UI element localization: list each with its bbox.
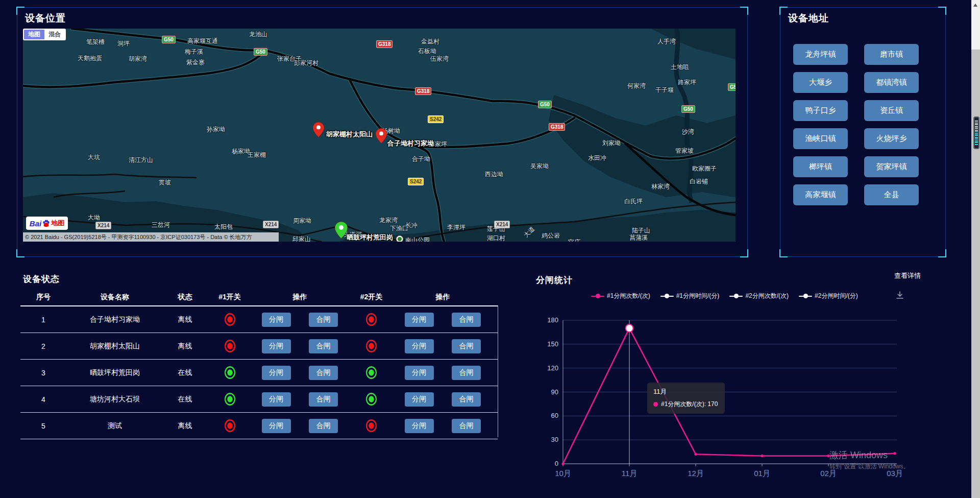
address-button-全县[interactable]: 全县	[864, 184, 919, 205]
scroll-up-arrow-icon[interactable]	[973, 4, 977, 7]
address-button-资丘镇[interactable]: 资丘镇	[864, 100, 919, 121]
close-switch1-button[interactable]: 合闸	[309, 392, 338, 407]
open-switch2-button[interactable]: 分闸	[405, 339, 434, 353]
open-switch2-button[interactable]: 分闸	[405, 419, 434, 433]
download-icon[interactable]	[895, 291, 904, 302]
scroll-widget-dash	[975, 131, 978, 132]
address-button-磨市镇[interactable]: 磨市镇	[864, 44, 919, 65]
map-place-label: 南山公园	[405, 236, 430, 242]
table-edge-line	[498, 305, 498, 437]
map-marker-pin[interactable]	[376, 128, 387, 146]
svg-text:30: 30	[551, 436, 558, 443]
window-scrollbar[interactable]	[971, 0, 980, 498]
table-header: 操作	[396, 293, 490, 302]
map-place-label: 洞坪	[117, 39, 130, 48]
road-badge-s242: S242	[428, 115, 444, 123]
tooltip-value: #1分闸次数/(次): 170	[661, 400, 718, 409]
road-badge-g50: G50	[681, 105, 695, 113]
device-location-panel: 设备位置	[17, 7, 748, 257]
open-switch2-button[interactable]: 分闸	[405, 366, 434, 380]
close-switch1-button[interactable]: 合闸	[309, 339, 338, 353]
map-place-label: 刘家坳	[602, 139, 621, 148]
svg-text:90: 90	[551, 388, 558, 396]
address-button-榔坪镇[interactable]: 榔坪镇	[793, 156, 848, 177]
open-switch1-button[interactable]: 分闸	[262, 366, 291, 380]
corner-decor	[779, 7, 788, 15]
address-button-火烧坪乡[interactable]: 火烧坪乡	[864, 128, 919, 149]
close-switch2-button[interactable]: 合闸	[452, 313, 481, 327]
map-place-label: 天鹅抱蛋	[78, 54, 102, 63]
address-button-高家堰镇[interactable]: 高家堰镇	[793, 184, 848, 205]
map-place-label: 伍家湾	[430, 55, 449, 63]
address-panel-title: 设备地址	[788, 12, 829, 25]
road-badge-x214: X214	[263, 221, 279, 228]
map-place-label: 清江方山	[129, 156, 153, 164]
corner-decor	[16, 249, 24, 257]
map-type-hybrid-button[interactable]: 混合	[44, 30, 65, 39]
legend-item[interactable]: #2分闸时间/(分)	[799, 292, 858, 300]
map-marker-pin[interactable]	[313, 122, 324, 139]
view-details-link[interactable]: 查看详情	[894, 271, 921, 280]
road-badge-x214: X214	[95, 222, 111, 229]
baidu-map[interactable]: 地图 混合 Bai 地图 © 2021 Baidu - GS(2019)5218…	[23, 29, 736, 242]
legend-item[interactable]: #2分闸次数/(次)	[729, 292, 789, 300]
map-place-label: 鸡公岩	[542, 231, 560, 240]
row-index: 2	[20, 342, 66, 350]
scrollbar-track-top[interactable]	[971, 0, 980, 50]
map-place-label: 紫金寨	[186, 58, 205, 67]
map-place-label: 邱家山	[292, 235, 311, 242]
map-place-label: 吴家坳	[530, 162, 549, 171]
address-button-渔峡口镇[interactable]: 渔峡口镇	[793, 128, 848, 149]
close-switch2-button[interactable]: 合闸	[452, 392, 481, 407]
open-switch1-button[interactable]: 分闸	[262, 313, 291, 327]
legend-label: #2分闸时间/(分)	[815, 292, 858, 300]
road-badge-g50: G50	[728, 83, 736, 91]
paw-icon	[42, 219, 51, 228]
address-button-龙舟坪镇[interactable]: 龙舟坪镇	[793, 44, 848, 65]
road-badge-g50: G50	[162, 36, 176, 43]
svg-text:150: 150	[547, 340, 558, 348]
open-switch2-button[interactable]: 分闸	[405, 392, 434, 407]
legend-marker-icon	[729, 294, 743, 298]
open-switch1-button[interactable]: 分闸	[262, 339, 291, 353]
map-panel-title: 设备位置	[25, 12, 66, 25]
map-marker-label: 合子坳村习家坳	[387, 139, 434, 148]
address-button-鸭子口乡[interactable]: 鸭子口乡	[793, 100, 848, 121]
close-switch2-button[interactable]: 合闸	[452, 366, 481, 380]
map-marker-pin[interactable]	[335, 222, 348, 241]
address-button-都镇湾镇[interactable]: 都镇湾镇	[864, 72, 919, 93]
row-index: 4	[20, 395, 66, 404]
address-button-贺家坪镇[interactable]: 贺家坪镇	[864, 156, 919, 177]
table-row: 2胡家棚村太阳山离线分闸合闸分闸合闸	[20, 333, 498, 360]
road-badge-g50: G50	[254, 48, 267, 56]
device-status: 离线	[163, 315, 207, 324]
svg-text:11月: 11月	[622, 469, 638, 478]
map-type-map-button[interactable]: 地图	[24, 30, 44, 39]
map-type-control: 地图 混合	[23, 29, 66, 40]
table-row: 3晒鼓坪村荒田岗在线分闸合闸分闸合闸	[20, 360, 498, 386]
close-switch1-button[interactable]: 合闸	[309, 313, 338, 327]
address-button-大堰乡[interactable]: 大堰乡	[793, 72, 848, 93]
legend-item[interactable]: #1分闸次数/(次)	[591, 292, 650, 300]
legend-item[interactable]: #1分闸时间/(分)	[660, 292, 720, 300]
device-status: 离线	[163, 421, 207, 431]
close-switch2-button[interactable]: 合闸	[452, 339, 481, 353]
open-switch1-button[interactable]: 分闸	[262, 419, 291, 433]
map-place-label: 何家湾	[627, 82, 646, 90]
corner-decor	[740, 249, 748, 257]
close-switch1-button[interactable]: 合闸	[309, 419, 338, 433]
row-index: 1	[20, 316, 66, 324]
map-place-label: 西边坳	[485, 170, 503, 179]
open-switch1-button[interactable]: 分闸	[262, 392, 291, 407]
open-switch2-button[interactable]: 分闸	[405, 313, 434, 327]
close-switch1-button[interactable]: 合闸	[309, 366, 338, 380]
close-switch2-button[interactable]: 合闸	[452, 419, 481, 433]
scroll-widget-dash	[975, 133, 978, 134]
tooltip-series-dot	[653, 402, 658, 407]
legend-marker-icon	[799, 294, 812, 298]
scrollbar-thumb-widget[interactable]	[973, 116, 979, 149]
map-place-label: 合子坳	[412, 155, 430, 163]
svg-text:120: 120	[547, 364, 558, 372]
svg-text:12月: 12月	[688, 469, 704, 478]
chart-legend: #1分闸次数/(次)#1分闸时间/(分)#2分闸次数/(次)#2分闸时间/(分)	[591, 292, 858, 300]
